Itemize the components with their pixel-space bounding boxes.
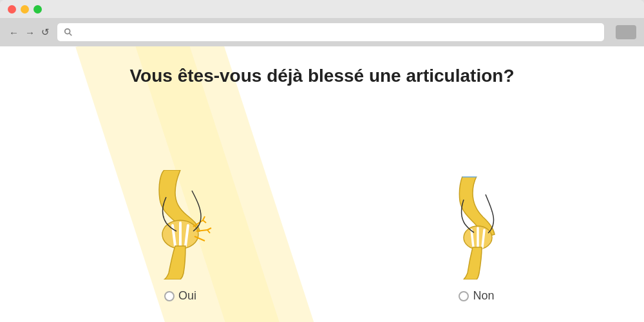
oui-radio[interactable] <box>164 291 175 301</box>
minimize-button[interactable] <box>21 5 29 14</box>
svg-line-10 <box>203 220 206 223</box>
search-icon <box>64 28 73 37</box>
options-container: Oui <box>26 106 618 309</box>
address-bar[interactable] <box>57 23 604 41</box>
refresh-button[interactable]: ↺ <box>40 25 51 39</box>
forward-button[interactable]: → <box>24 26 36 39</box>
nav-buttons: ← → ↺ <box>8 25 51 39</box>
close-button[interactable] <box>8 5 16 14</box>
option-non[interactable]: Non <box>438 176 515 309</box>
maximize-button[interactable] <box>33 5 42 14</box>
knee-injured-image <box>129 170 232 279</box>
back-button[interactable]: ← <box>8 26 20 39</box>
knee-injured-svg <box>129 170 232 279</box>
non-label[interactable]: Non <box>459 289 494 303</box>
non-radio[interactable] <box>459 291 469 301</box>
toolbar: ← → ↺ <box>0 18 644 46</box>
question-title: Vous êtes-vous déjà blessé une articulat… <box>130 66 515 86</box>
extensions-button[interactable] <box>616 25 636 39</box>
browser-window: ← → ↺ Vous êtes-vous déjà blessé une art… <box>0 0 644 322</box>
option-oui[interactable]: Oui <box>129 170 232 309</box>
knee-healthy-svg <box>438 176 515 279</box>
svg-line-12 <box>207 230 210 233</box>
svg-point-0 <box>65 29 70 34</box>
page-content: Vous êtes-vous déjà blessé une articulat… <box>0 46 644 322</box>
knee-healthy-image <box>438 176 515 279</box>
oui-label[interactable]: Oui <box>164 289 196 303</box>
title-bar <box>0 0 644 18</box>
url-input[interactable] <box>78 28 598 37</box>
svg-line-1 <box>70 33 72 36</box>
svg-line-9 <box>203 216 205 220</box>
